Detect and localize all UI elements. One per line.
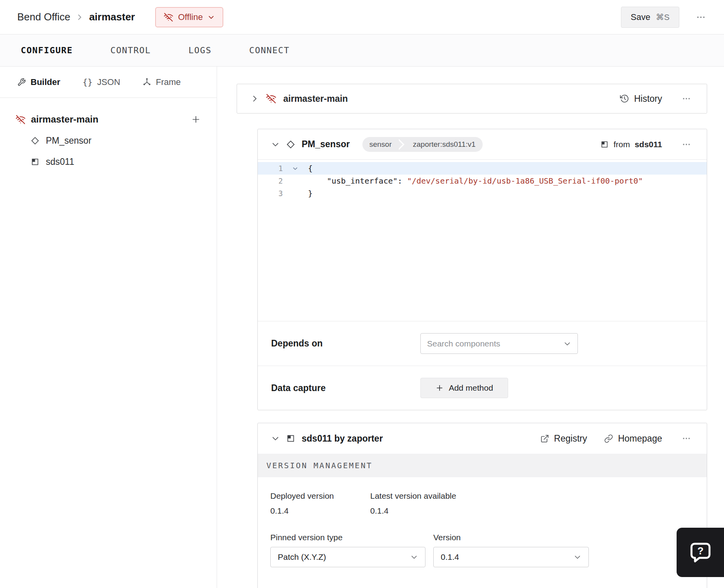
mode-json[interactable]: {} JSON xyxy=(83,77,120,87)
chevron-down-icon xyxy=(208,14,215,21)
registry-link[interactable]: Registry xyxy=(540,433,587,444)
homepage-label: Homepage xyxy=(618,433,662,444)
machine-status-dropdown[interactable]: Offline xyxy=(155,7,223,27)
module-icon xyxy=(31,157,40,166)
tree-item-sds011[interactable]: sds011 xyxy=(0,151,217,172)
help-button[interactable]: ? xyxy=(677,528,724,577)
from-module-indicator: from sds011 xyxy=(600,140,662,149)
code-text: } xyxy=(308,187,313,200)
attributes-code-editor[interactable]: 1 { 2 "usb_interface": "/dev/serial/by-i… xyxy=(258,160,707,321)
save-button[interactable]: Save ⌘S xyxy=(621,7,679,28)
top-header: Bend Office airmaster Offline Save ⌘S xyxy=(0,0,724,34)
chevron-down-icon xyxy=(574,553,581,561)
version-labels-row: Deployed version Latest version availabl… xyxy=(270,491,693,501)
from-label: from xyxy=(614,140,630,149)
breadcrumb-machine-name: airmaster xyxy=(89,11,135,23)
tree-item-airmaster-main[interactable]: airmaster-main xyxy=(0,109,217,130)
pin-labels-row: Pinned version type Version xyxy=(270,533,693,542)
chevron-down-icon[interactable] xyxy=(563,340,571,348)
code-string-value: "/dev/serial/by-id/usb-1a86_USB_Serial-i… xyxy=(407,175,643,187)
module-card-header: sds011 by zaporter Registry Homepage xyxy=(258,423,707,454)
fold-gutter xyxy=(283,187,308,200)
component-card-menu-button[interactable] xyxy=(679,137,693,152)
topbar-actions: Save ⌘S xyxy=(621,7,708,28)
homepage-link[interactable]: Homepage xyxy=(604,433,662,444)
braces-icon: {} xyxy=(83,78,92,87)
main-panel: airmaster-main History xyxy=(217,67,724,588)
tree-root-label: airmaster-main xyxy=(31,114,98,125)
tab-connect[interactable]: CONNECT xyxy=(249,45,290,55)
mode-frame[interactable]: Frame xyxy=(143,77,181,87)
component-diamond-icon xyxy=(286,140,295,149)
chevron-right-icon[interactable] xyxy=(250,94,259,103)
version-management-body: Deployed version Latest version availabl… xyxy=(258,477,707,567)
depends-on-select[interactable] xyxy=(420,333,578,354)
ellipsis-icon xyxy=(682,140,691,149)
mode-builder-label: Builder xyxy=(31,77,60,87)
ellipsis-icon xyxy=(682,434,691,443)
help-bubble-icon: ? xyxy=(688,540,713,565)
badge-component-model: zaporter:sds011:v1 xyxy=(406,137,483,152)
module-icon xyxy=(600,140,609,149)
pinned-version-type-select[interactable]: Patch (X.Y.Z) xyxy=(270,547,425,567)
module-icon xyxy=(286,434,295,443)
deployed-version-value: 0.1.4 xyxy=(270,506,370,516)
wrench-icon xyxy=(17,78,26,87)
depends-on-label: Depends on xyxy=(271,338,420,349)
content-area: Builder {} JSON Frame airmaster-main xyxy=(0,67,724,588)
depends-on-search-input[interactable] xyxy=(427,339,559,348)
breadcrumb-separator-icon xyxy=(76,13,83,21)
history-clock-icon xyxy=(620,94,629,103)
depends-on-row: Depends on xyxy=(258,321,707,366)
version-values-row: 0.1.4 0.1.4 xyxy=(270,506,693,516)
badge-separator xyxy=(399,137,406,152)
mode-json-label: JSON xyxy=(97,77,120,87)
data-capture-label: Data capture xyxy=(271,383,420,393)
history-button[interactable]: History xyxy=(620,94,662,104)
tree-item-pm-sensor[interactable]: PM_sensor xyxy=(0,130,217,151)
add-method-button[interactable]: Add method xyxy=(420,378,508,398)
add-method-label: Add method xyxy=(449,383,493,393)
machine-card-menu-button[interactable] xyxy=(679,92,693,106)
mode-builder[interactable]: Builder xyxy=(17,77,60,87)
module-title: sds011 by zaporter xyxy=(302,433,383,444)
fold-toggle[interactable] xyxy=(283,162,308,175)
breadcrumb-location-link[interactable]: Bend Office xyxy=(17,11,70,23)
code-key: "usb_interface": xyxy=(327,175,407,187)
ellipsis-icon xyxy=(696,12,706,22)
breadcrumb: Bend Office airmaster xyxy=(17,11,135,23)
header-menu-button[interactable] xyxy=(693,10,708,25)
help-question-mark: ? xyxy=(697,545,704,557)
module-card-actions: Registry Homepage xyxy=(540,431,693,446)
add-component-icon[interactable] xyxy=(191,114,201,124)
component-card-header: PM_sensor sensor zaporter:sds011:v1 from… xyxy=(258,129,707,160)
module-card-menu-button[interactable] xyxy=(679,431,693,446)
status-label: Offline xyxy=(178,12,203,22)
module-card-sds011: sds011 by zaporter Registry Homepage xyxy=(257,423,707,588)
deployed-version-label: Deployed version xyxy=(270,491,370,501)
version-management-section-header: VERSION MANAGEMENT xyxy=(258,454,707,477)
version-label: Version xyxy=(433,533,461,542)
chevron-down-icon[interactable] xyxy=(271,434,280,443)
wifi-off-icon xyxy=(16,115,25,124)
line-number: 2 xyxy=(258,175,283,187)
external-link-icon xyxy=(540,434,549,443)
chevron-down-icon[interactable] xyxy=(271,140,280,149)
tab-configure[interactable]: CONFIGURE xyxy=(21,45,73,55)
data-capture-row: Data capture Add method xyxy=(258,366,707,410)
tab-control[interactable]: CONTROL xyxy=(110,45,151,55)
pin-selects-row: Patch (X.Y.Z) 0.1.4 xyxy=(270,547,693,567)
badge-component-type: sensor xyxy=(362,137,399,152)
component-type-badges: sensor zaporter:sds011:v1 xyxy=(362,137,483,152)
chevron-down-icon xyxy=(410,553,418,561)
component-title: PM_sensor xyxy=(302,139,350,150)
version-select[interactable]: 0.1.4 xyxy=(433,547,589,567)
tree-item-label: sds011 xyxy=(46,157,74,167)
latest-version-label: Latest version available xyxy=(370,491,456,501)
machine-part-title: airmaster-main xyxy=(283,94,348,104)
component-card-actions: from sds011 xyxy=(600,137,693,152)
fold-chevron-icon xyxy=(292,166,298,171)
line-number: 1 xyxy=(258,162,283,175)
sidebar: Builder {} JSON Frame airmaster-main xyxy=(0,67,217,588)
tab-logs[interactable]: LOGS xyxy=(188,45,212,55)
